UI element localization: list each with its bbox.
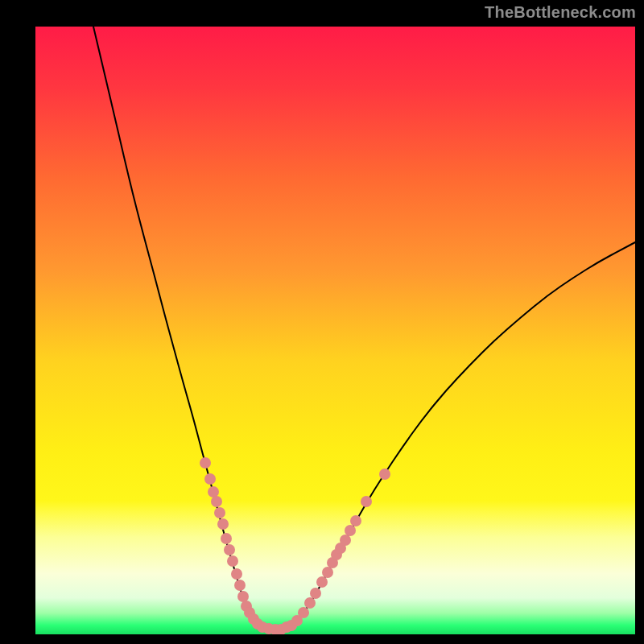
data-marker [200, 457, 211, 469]
data-marker [310, 588, 321, 599]
data-marker [204, 473, 216, 485]
data-marker [322, 567, 333, 578]
data-marker [345, 525, 356, 536]
data-marker [221, 533, 232, 544]
gradient-background [35, 27, 635, 634]
data-marker [224, 544, 235, 555]
data-marker [340, 535, 351, 546]
data-marker [361, 496, 372, 507]
chart-frame: TheBottleneck.com [0, 0, 644, 644]
data-marker [214, 507, 225, 518]
data-marker [227, 555, 238, 567]
data-marker [208, 486, 219, 497]
data-marker [304, 597, 316, 609]
data-marker [298, 607, 309, 618]
data-marker [234, 580, 246, 591]
data-marker [211, 496, 222, 507]
bottleneck-curve-chart [35, 27, 635, 634]
data-marker [217, 518, 229, 530]
data-marker [237, 591, 249, 602]
watermark-text: TheBottleneck.com [485, 3, 636, 22]
data-marker [350, 515, 361, 526]
plot-area [35, 27, 635, 634]
data-marker [316, 576, 328, 588]
data-marker [231, 568, 242, 580]
data-marker [379, 469, 390, 480]
